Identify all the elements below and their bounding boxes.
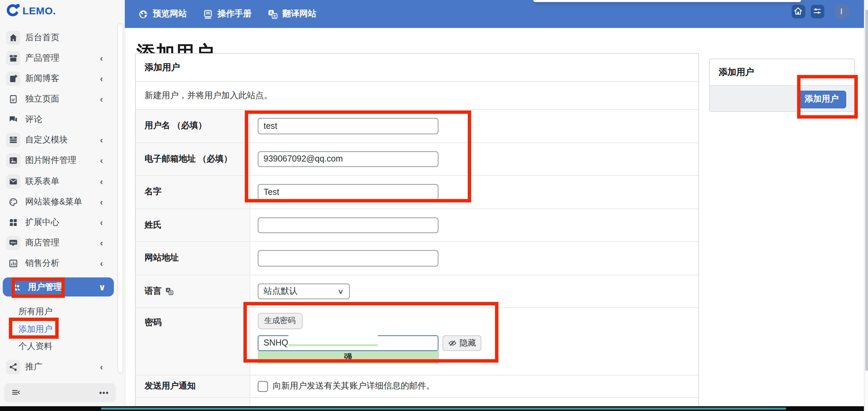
translate-icon: A文: [267, 9, 278, 19]
svg-text:Woo: Woo: [11, 241, 16, 244]
topbar-link-翻译网站[interactable]: A文翻译网站: [267, 8, 316, 20]
form-label: 电子邮箱地址 （必填）: [136, 143, 250, 175]
svg-text:文: 文: [169, 291, 172, 294]
annotation-box-add-user-submenu: [9, 318, 59, 339]
sidebar-item-label: 商店管理: [25, 237, 59, 248]
panel-description: 新建用户，并将用户加入此站点。: [136, 82, 698, 110]
sidebar-item-网站装修&菜单[interactable]: 网站装修&菜单‹: [0, 192, 116, 211]
topbar-link-label: 预览网站: [153, 8, 187, 20]
sidebar-item-label: 联系表单: [25, 176, 59, 187]
sidebar-item-label: 自定义模块: [25, 134, 68, 146]
annotation-box-users-menu: [11, 277, 64, 298]
sidebar-item-商店管理[interactable]: Woo商店管理‹: [0, 233, 116, 252]
settings-button[interactable]: [810, 4, 824, 18]
topbar: 预览网站操作手册A文翻译网站 l: [125, 0, 864, 28]
sidebar-item-label: 销售分析: [25, 257, 59, 269]
ellipsis-icon[interactable]: •••: [99, 389, 109, 397]
sidebar-scrollbar-thumb[interactable]: [117, 23, 123, 374]
sidebar: LEMO. 后台首页产品管理‹新闻博客‹独立页面‹评论自定义模块‹图片附件管理‹…: [0, 0, 125, 411]
home-icon: [8, 33, 18, 43]
topbar-link-操作手册[interactable]: 操作手册: [203, 8, 252, 20]
sidebar-item-label: 独立页面: [25, 93, 59, 105]
chevron-left-icon: ‹: [100, 73, 103, 83]
sliders-icon: [812, 6, 822, 16]
svg-text:文: 文: [272, 14, 276, 18]
news-blog-icon: [8, 73, 18, 83]
page-scrollbar-thumb[interactable]: [865, 10, 868, 371]
form-row-发送用户通知: 发送用户通知向新用户发送有关其账户详细信息的邮件。: [136, 375, 698, 398]
analytics-icon: [8, 258, 18, 268]
taskbar-accent-bar: [101, 407, 786, 410]
store-icon: Woo: [8, 238, 18, 248]
sidebar-item-自定义模块[interactable]: 自定义模块‹: [0, 130, 116, 149]
topbar-link-预览网站[interactable]: 预览网站: [138, 8, 187, 20]
chevron-left-icon: ‹: [100, 176, 103, 186]
chevron-left-icon: ‹: [100, 217, 103, 227]
manual-icon: [203, 9, 213, 19]
contact-form-icon: [8, 176, 18, 186]
chevron-left-icon: ‹: [100, 155, 103, 165]
form-row-网站地址: 网站地址: [136, 242, 698, 275]
pages-icon: [8, 94, 18, 104]
topbar-links: 预览网站操作手册A文翻译网站: [125, 8, 316, 20]
语言-select[interactable]: 站点默认∨: [257, 283, 349, 299]
browser-top-notch: [533, 0, 801, 2]
annotation-box-password: [243, 302, 498, 363]
extensions-icon: [8, 217, 18, 227]
notify-checkbox[interactable]: [257, 381, 268, 392]
sidebar-item-label: 新闻博客: [25, 73, 59, 84]
sidebar-item-label: 扩展中心: [25, 216, 59, 228]
sidebar-item-label: 产品管理: [25, 52, 59, 64]
sidebar-item-label: 图片附件管理: [25, 154, 76, 166]
user-avatar[interactable]: l: [834, 3, 849, 19]
chevron-left-icon: ‹: [100, 238, 103, 248]
sidebar-subitem-个人资料[interactable]: 个人资料: [18, 340, 53, 352]
form-label: 网站地址: [136, 242, 250, 274]
bottom-taskbar-strip: [0, 406, 868, 411]
form-label: 密码: [136, 308, 250, 375]
appearance-icon: [8, 197, 18, 207]
chevron-left-icon: ‹: [100, 94, 103, 104]
form-label: 语言 A文: [136, 275, 250, 307]
sidebar-item-销售分析[interactable]: 销售分析‹: [0, 254, 116, 273]
sidebar-item-label: 推广: [25, 361, 42, 372]
chevron-down-icon: ∨: [99, 282, 106, 292]
sidebar-item-联系表单[interactable]: 联系表单‹: [0, 172, 116, 191]
sidebar-item-推广[interactable]: 推广‹: [0, 357, 116, 376]
form-label: 名字: [136, 176, 250, 208]
chevron-left-icon: ‹: [100, 258, 103, 268]
sidebar-item-图片附件管理[interactable]: 图片附件管理‹: [0, 151, 116, 170]
姓氏-input[interactable]: [257, 217, 438, 233]
sidebar-item-新闻博客[interactable]: 新闻博客‹: [0, 69, 116, 88]
media-icon: [8, 155, 18, 165]
notify-checkbox-label: 向新用户发送有关其账户详细信息的邮件。: [273, 381, 435, 392]
form-row-姓氏: 姓氏: [136, 209, 698, 242]
sidebar-item-后台首页[interactable]: 后台首页: [0, 28, 116, 47]
form-field: [250, 209, 698, 241]
globe-icon: [138, 9, 149, 19]
sidebar-item-label: 后台首页: [25, 32, 59, 44]
form-field: [250, 242, 698, 274]
chevron-left-icon: ‹: [100, 135, 103, 145]
sidebar-item-评论[interactable]: 评论: [0, 110, 116, 129]
chevron-left-icon: ‹: [100, 53, 103, 63]
sidebar-item-产品管理[interactable]: 产品管理‹: [0, 48, 116, 67]
form-label: 姓氏: [136, 209, 250, 241]
sidebar-item-独立页面[interactable]: 独立页面‹: [0, 89, 116, 108]
annotation-box-name-fields: [245, 110, 471, 202]
products-icon: [8, 53, 18, 63]
collapse-menu-icon[interactable]: [11, 387, 21, 398]
brand-logo[interactable]: LEMO.: [5, 3, 56, 17]
page-scrollbar[interactable]: [864, 0, 868, 411]
chevron-left-icon: ‹: [100, 362, 103, 372]
sidebar-item-label: 网站装修&菜单: [25, 196, 82, 208]
form-label: 用户名 （必填）: [136, 110, 250, 142]
sidebar-footer-bar: •••: [4, 383, 116, 402]
translate-mini-icon: A文: [165, 287, 174, 296]
topbar-link-label: 操作手册: [218, 8, 252, 20]
网站地址-input[interactable]: [257, 250, 438, 266]
sidebar-item-扩展中心[interactable]: 扩展中心‹: [0, 213, 116, 232]
home-button[interactable]: [791, 4, 805, 18]
sidebar-subitem-所有用户[interactable]: 所有用户: [18, 306, 53, 318]
chevron-down-icon: ∨: [338, 288, 344, 295]
